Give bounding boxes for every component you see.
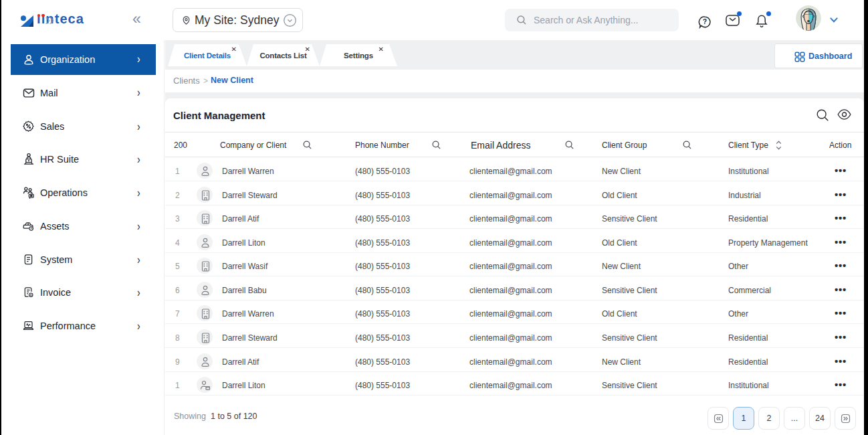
svg-text:?: ? [703,17,707,25]
